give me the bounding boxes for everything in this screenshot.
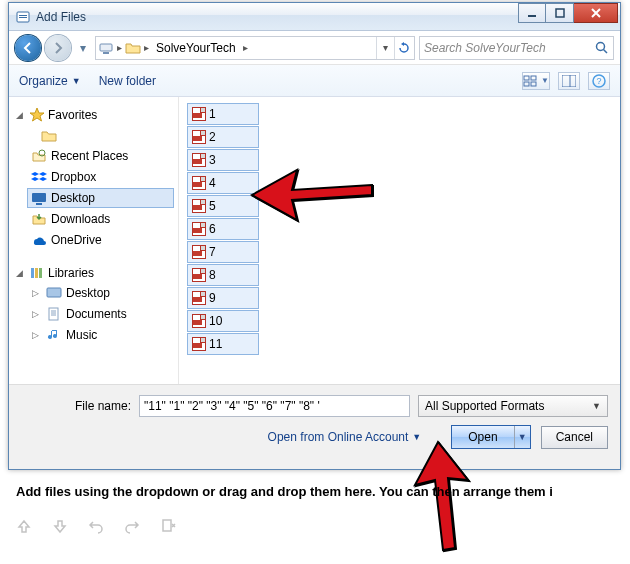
file-type-filter[interactable]: All Supported Formats ▼ bbox=[418, 395, 608, 417]
tree-item[interactable]: ▷ Music bbox=[27, 325, 174, 345]
libraries-group[interactable]: ◢ Libraries bbox=[15, 265, 170, 281]
file-item[interactable]: 5 bbox=[187, 195, 259, 217]
move-down-icon[interactable] bbox=[50, 516, 70, 536]
file-item[interactable]: 7 bbox=[187, 241, 259, 263]
svg-rect-1 bbox=[19, 15, 27, 16]
forward-button[interactable] bbox=[45, 35, 71, 61]
desktop-library-icon bbox=[46, 285, 62, 301]
chevron-right-icon: ▸ bbox=[117, 42, 122, 53]
pdf-icon bbox=[192, 291, 206, 305]
tree-item-dropbox[interactable]: Dropbox bbox=[27, 167, 174, 187]
file-item[interactable]: 3 bbox=[187, 149, 259, 171]
file-item[interactable]: 6 bbox=[187, 218, 259, 240]
redo-icon[interactable] bbox=[122, 516, 142, 536]
new-folder-button[interactable]: New folder bbox=[99, 74, 156, 88]
cancel-button[interactable]: Cancel bbox=[541, 426, 608, 449]
pdf-icon bbox=[192, 153, 206, 167]
file-list[interactable]: 1234567891011 bbox=[179, 97, 620, 384]
tree-item[interactable]: ▷ Desktop bbox=[27, 283, 174, 303]
svg-text:?: ? bbox=[596, 76, 601, 86]
open-dropdown[interactable]: ▼ bbox=[514, 426, 530, 448]
music-icon bbox=[46, 327, 62, 343]
back-button[interactable] bbox=[15, 35, 41, 61]
undo-icon[interactable] bbox=[86, 516, 106, 536]
tree-item[interactable] bbox=[37, 125, 174, 145]
filename-input[interactable] bbox=[139, 395, 410, 417]
file-item[interactable]: 1 bbox=[187, 103, 259, 125]
breadcrumb[interactable]: ▸ ▸ SolveYourTech ▸ ▾ bbox=[95, 36, 415, 60]
file-name: 1 bbox=[209, 107, 216, 121]
tree-item-downloads[interactable]: Downloads bbox=[27, 209, 174, 229]
tree-item[interactable]: ▷ Documents bbox=[27, 304, 174, 324]
expand-icon[interactable]: ◢ bbox=[15, 110, 24, 120]
tree-label: Desktop bbox=[51, 191, 95, 205]
delete-icon[interactable] bbox=[158, 516, 178, 536]
minimize-button[interactable] bbox=[518, 3, 546, 23]
svg-rect-24 bbox=[49, 308, 58, 320]
svg-rect-23 bbox=[47, 288, 61, 297]
chevron-down-icon: ▼ bbox=[72, 76, 81, 86]
expand-icon[interactable]: ▷ bbox=[31, 330, 40, 340]
onedrive-icon bbox=[31, 232, 47, 248]
add-files-dialog: Add Files ▾ ▸ bbox=[8, 2, 621, 470]
file-name: 2 bbox=[209, 130, 216, 144]
libraries-icon bbox=[29, 265, 45, 281]
open-online-account[interactable]: Open from Online Account ▼ bbox=[268, 430, 422, 444]
organize-menu[interactable]: Organize ▼ bbox=[19, 74, 81, 88]
move-up-icon[interactable] bbox=[14, 516, 34, 536]
chevron-down-icon: ▼ bbox=[412, 432, 421, 442]
navigation-tree[interactable]: ◢ Favorites Recent Places Dropbox Deskto… bbox=[9, 97, 179, 384]
history-dropdown[interactable]: ▾ bbox=[75, 35, 91, 61]
pdf-icon bbox=[192, 222, 206, 236]
pdf-icon bbox=[192, 245, 206, 259]
svg-rect-11 bbox=[531, 76, 536, 80]
svg-rect-21 bbox=[35, 268, 38, 278]
expand-icon[interactable]: ▷ bbox=[31, 309, 40, 319]
path-dropdown[interactable]: ▾ bbox=[376, 37, 394, 59]
view-options[interactable]: ▼ bbox=[522, 72, 550, 90]
svg-rect-6 bbox=[103, 52, 109, 54]
close-button[interactable] bbox=[574, 3, 618, 23]
tree-item-recent[interactable]: Recent Places bbox=[27, 146, 174, 166]
chevron-down-icon: ▼ bbox=[592, 401, 601, 411]
svg-rect-3 bbox=[528, 15, 536, 17]
pdf-icon bbox=[192, 337, 206, 351]
bottom-toolbar bbox=[14, 516, 178, 536]
tree-item-onedrive[interactable]: OneDrive bbox=[27, 230, 174, 250]
file-item[interactable]: 4 bbox=[187, 172, 259, 194]
documents-icon bbox=[46, 306, 62, 322]
search-icon bbox=[595, 41, 609, 55]
tree-label: Libraries bbox=[48, 266, 94, 280]
file-name: 7 bbox=[209, 245, 216, 259]
file-item[interactable]: 10 bbox=[187, 310, 259, 332]
pdf-icon bbox=[192, 268, 206, 282]
maximize-button[interactable] bbox=[546, 3, 574, 23]
search-input[interactable]: Search SolveYourTech bbox=[419, 36, 614, 60]
file-item[interactable]: 8 bbox=[187, 264, 259, 286]
tree-label: Desktop bbox=[66, 286, 110, 300]
cancel-label: Cancel bbox=[556, 430, 593, 444]
command-bar: Organize ▼ New folder ▼ ? bbox=[9, 65, 620, 97]
folder-icon bbox=[125, 40, 141, 56]
help-button[interactable]: ? bbox=[588, 72, 610, 90]
expand-icon[interactable]: ▷ bbox=[31, 288, 40, 298]
tree-label: Documents bbox=[66, 307, 127, 321]
breadcrumb-segment[interactable]: SolveYourTech bbox=[152, 39, 240, 57]
preview-pane-button[interactable] bbox=[558, 72, 580, 90]
recent-places-icon bbox=[31, 148, 47, 164]
computer-icon bbox=[98, 40, 114, 56]
file-item[interactable]: 11 bbox=[187, 333, 259, 355]
favorites-group[interactable]: ◢ Favorites bbox=[15, 107, 170, 123]
tree-item-desktop[interactable]: Desktop bbox=[27, 188, 174, 208]
online-label: Open from Online Account bbox=[268, 430, 409, 444]
pdf-icon bbox=[192, 199, 206, 213]
window-controls bbox=[518, 3, 618, 23]
svg-rect-18 bbox=[32, 193, 46, 202]
file-item[interactable]: 2 bbox=[187, 126, 259, 148]
filter-label: All Supported Formats bbox=[425, 399, 544, 413]
app-icon bbox=[15, 9, 31, 25]
refresh-button[interactable] bbox=[394, 37, 412, 59]
file-item[interactable]: 9 bbox=[187, 287, 259, 309]
expand-icon[interactable]: ◢ bbox=[15, 268, 24, 278]
open-button[interactable]: Open ▼ bbox=[451, 425, 530, 449]
